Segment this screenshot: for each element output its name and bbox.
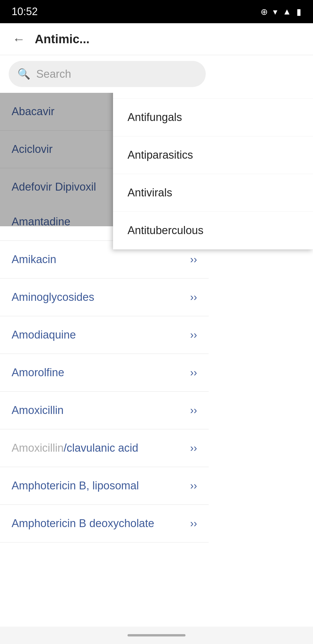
main-content: ← Antimic... 🔍 Search Abacavir Aciclovir… (0, 23, 313, 644)
dropdown-item-label: Antifungals (128, 111, 182, 124)
wifi-icon: ▾ (273, 7, 277, 17)
battery-icon: ▮ (296, 7, 301, 17)
search-bar[interactable]: 🔍 Search (9, 61, 206, 87)
dropdown-overlay: Antimicrobial Families Antibiotics Antif… (0, 23, 313, 644)
dropdown-item-label: Antiparasitics (128, 149, 193, 161)
back-icon: ← (12, 32, 25, 46)
status-bar: 10:52 ⊕ ▾ ▲ ▮ (0, 0, 313, 23)
dropdown-item-antifungals[interactable]: Antifungals (113, 99, 313, 136)
app-header: ← Antimic... (0, 23, 313, 55)
dropdown-item-antivirals[interactable]: Antivirals (113, 174, 313, 212)
dropdown-item-label: Antituberculous (128, 224, 203, 237)
dropdown-item-antituberculous[interactable]: Antituberculous (113, 212, 313, 249)
search-container: 🔍 Search (0, 55, 313, 93)
dropdown-item-antiparasitics[interactable]: Antiparasitics (113, 136, 313, 174)
signal-icon: ▲ (283, 7, 291, 17)
page-title: Antimic... (35, 32, 90, 46)
search-icon: 🔍 (17, 68, 30, 80)
app-notification-icon: ⊕ (261, 7, 268, 17)
dropdown-item-label: Antivirals (128, 187, 172, 199)
status-icons: ⊕ ▾ ▲ ▮ (261, 7, 301, 17)
back-button[interactable]: ← (9, 29, 29, 49)
status-time: 10:52 (12, 6, 38, 18)
search-placeholder: Search (36, 68, 71, 80)
